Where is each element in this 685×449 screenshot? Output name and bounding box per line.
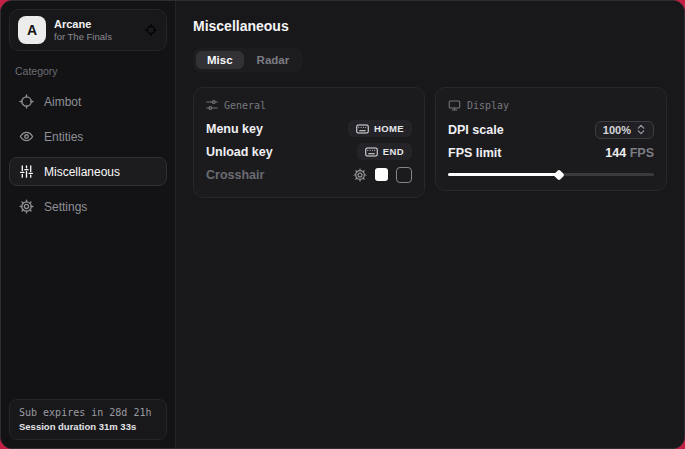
tab-misc[interactable]: Misc bbox=[196, 51, 244, 69]
menu-key-value: HOME bbox=[374, 123, 404, 134]
tab-bar: Misc Radar bbox=[193, 48, 303, 72]
dpi-scale-row: DPI scale 100% bbox=[448, 118, 654, 141]
display-card-header: Display bbox=[448, 99, 654, 112]
display-card: Display DPI scale 100% FPS limit bbox=[435, 87, 667, 191]
keyboard-icon bbox=[356, 124, 369, 134]
fps-limit-label: FPS limit bbox=[448, 146, 501, 160]
menu-key-row: Menu key HOME bbox=[206, 117, 412, 140]
crosshair-controls bbox=[353, 167, 412, 183]
page-title: Miscellaneous bbox=[193, 18, 667, 34]
eye-icon bbox=[19, 129, 34, 144]
sliders-horizontal-icon bbox=[206, 99, 218, 111]
brand-text: Arcane for The Finals bbox=[54, 18, 112, 42]
sidebar-item-miscellaneous[interactable]: Miscellaneous bbox=[9, 157, 167, 186]
app-name: Arcane bbox=[54, 18, 112, 30]
app-window: A Arcane for The Finals Category bbox=[0, 0, 685, 449]
sidebar-item-settings[interactable]: Settings bbox=[9, 192, 167, 221]
crosshair-label: Crosshair bbox=[206, 168, 264, 182]
general-card: General Menu key HOME bbox=[193, 87, 425, 198]
sidebar-item-label: Settings bbox=[44, 200, 87, 214]
sub-expires-text: Sub expires in 28d 21h bbox=[19, 407, 157, 418]
fps-number: 144 bbox=[605, 146, 626, 160]
dpi-scale-label: DPI scale bbox=[448, 123, 504, 137]
unload-key-row: Unload key END bbox=[206, 140, 412, 163]
sidebar-item-entities[interactable]: Entities bbox=[9, 122, 167, 151]
menu-key-label: Menu key bbox=[206, 122, 263, 136]
crosshair-row: Crosshair bbox=[206, 163, 412, 186]
dpi-scale-select[interactable]: 100% bbox=[595, 121, 654, 139]
general-card-header: General bbox=[206, 99, 412, 111]
general-card-title: General bbox=[224, 100, 266, 111]
crosshair-color-swatch[interactable] bbox=[375, 168, 388, 181]
sidebar-nav: Aimbot Entities Miscel bbox=[9, 87, 167, 221]
sidebar-item-label: Miscellaneous bbox=[44, 165, 120, 179]
display-card-title: Display bbox=[467, 100, 509, 111]
fps-unit: FPS bbox=[630, 146, 654, 160]
sidebar-item-aimbot[interactable]: Aimbot bbox=[9, 87, 167, 116]
cards-row: General Menu key HOME bbox=[193, 87, 667, 198]
fps-limit-slider[interactable] bbox=[448, 169, 654, 179]
app-subtitle: for The Finals bbox=[54, 31, 112, 42]
category-label: Category bbox=[15, 65, 161, 77]
sidebar-item-label: Aimbot bbox=[44, 95, 81, 109]
refresh-icon[interactable] bbox=[144, 23, 158, 37]
unload-key-button[interactable]: END bbox=[357, 143, 412, 160]
session-duration-text: Session duration 31m 33s bbox=[19, 421, 157, 432]
monitor-icon bbox=[448, 99, 461, 112]
chevrons-up-down-icon bbox=[636, 124, 646, 135]
fps-limit-row: FPS limit 144 FPS bbox=[448, 141, 654, 164]
slider-fill bbox=[448, 173, 559, 176]
gear-icon bbox=[19, 199, 34, 214]
slider-thumb[interactable] bbox=[554, 169, 565, 180]
fps-limit-value: 144 FPS bbox=[605, 146, 654, 160]
main-content: Miscellaneous Misc Radar General bbox=[176, 1, 684, 448]
menu-key-button[interactable]: HOME bbox=[348, 120, 412, 137]
crosshair-settings-gear-icon[interactable] bbox=[353, 168, 367, 182]
keyboard-icon bbox=[365, 147, 378, 157]
subscription-info: Sub expires in 28d 21h Session duration … bbox=[9, 399, 167, 440]
crosshair-icon bbox=[19, 94, 34, 109]
sidebar-item-label: Entities bbox=[44, 130, 83, 144]
tab-radar[interactable]: Radar bbox=[246, 51, 301, 69]
unload-key-value: END bbox=[383, 146, 404, 157]
dpi-scale-value: 100% bbox=[603, 124, 631, 136]
sliders-icon bbox=[19, 164, 34, 179]
app-logo: A bbox=[18, 16, 46, 44]
brand-card: A Arcane for The Finals bbox=[9, 9, 167, 51]
sidebar: A Arcane for The Finals Category bbox=[1, 1, 176, 448]
unload-key-label: Unload key bbox=[206, 145, 273, 159]
crosshair-checkbox[interactable] bbox=[396, 167, 412, 183]
